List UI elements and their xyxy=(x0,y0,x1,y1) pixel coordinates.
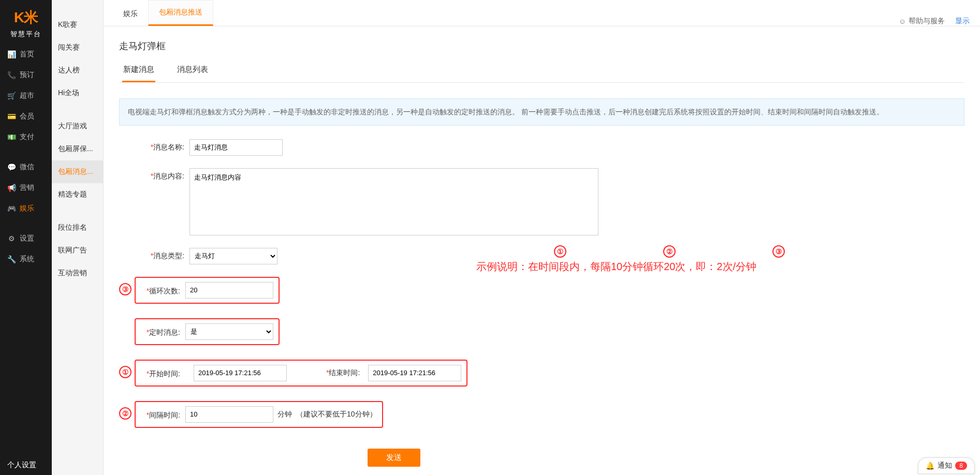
nav-entertainment[interactable]: 🎮娱乐 xyxy=(0,198,52,219)
nav-label: 微信 xyxy=(20,162,34,172)
inner-tab-bar: 新建消息 消息列表 xyxy=(119,58,964,83)
nav-label: 设置 xyxy=(20,234,34,243)
highlight-loop: *循环次数: xyxy=(135,277,280,304)
loop-count-input[interactable] xyxy=(185,282,273,299)
panel-title: 走马灯弹框 xyxy=(119,37,964,58)
wechat-icon: 💬 xyxy=(7,163,16,171)
help-link[interactable]: ☺帮助与服务 xyxy=(899,17,945,26)
message-name-input[interactable] xyxy=(189,139,283,156)
sub-rank[interactable]: 达人榜 xyxy=(52,59,103,82)
nav-marketing[interactable]: 📢营销 xyxy=(0,177,52,198)
interval-input[interactable] xyxy=(185,406,273,423)
nav-system[interactable]: 🔧系统 xyxy=(0,249,52,270)
interval-label: *间隔时间: xyxy=(136,408,185,420)
phone-icon: 📞 xyxy=(7,71,16,79)
cart-icon: 🛒 xyxy=(7,92,16,100)
notif-badge: 8 xyxy=(955,462,967,470)
nav-label: 会员 xyxy=(20,112,34,121)
message-type-select[interactable]: 走马灯 xyxy=(189,248,277,264)
nav-label: 娱乐 xyxy=(20,204,34,213)
info-notice: 电视端走马灯和弹框消息触发方式分为两种，一种是手动触发的非定时推送的消息，另一种… xyxy=(119,98,964,126)
nav-pay[interactable]: 💵支付 xyxy=(0,127,52,147)
logo-subtitle: 智慧平台 xyxy=(0,29,52,39)
smile-icon: ☺ xyxy=(899,17,906,25)
annotation-circle-2: ② xyxy=(119,407,131,420)
nav-profile[interactable]: 个人设置 xyxy=(0,455,52,475)
sub-interactive[interactable]: 互动营销 xyxy=(52,262,103,285)
sub-challenge[interactable]: 闯关赛 xyxy=(52,36,103,59)
nav-settings[interactable]: ⚙设置 xyxy=(0,228,52,249)
nav-label: 首页 xyxy=(20,50,34,59)
nav-wechat[interactable]: 💬微信 xyxy=(0,157,52,177)
nav-booking[interactable]: 📞预订 xyxy=(0,65,52,85)
sub-screensaver[interactable]: 包厢屏保... xyxy=(52,138,103,160)
start-time-input[interactable] xyxy=(194,365,287,381)
sub-hiall[interactable]: Hi全场 xyxy=(52,82,103,105)
money-icon: 💵 xyxy=(7,133,16,141)
bell-icon: 🔔 xyxy=(926,462,934,470)
start-time-label: *开始时间: xyxy=(136,367,185,379)
sub-tierrank[interactable]: 段位排名 xyxy=(52,216,103,239)
loop-label: *循环次数: xyxy=(136,284,185,296)
content-label: *消息内容: xyxy=(140,168,189,181)
panel: 走马灯弹框 新建消息 消息列表 电视端走马灯和弹框消息触发方式分为两种，一种是手… xyxy=(104,26,980,475)
nav-label: 支付 xyxy=(20,132,34,142)
example-circle-3: ③ xyxy=(772,245,785,258)
logo-text: K米 xyxy=(0,8,52,27)
sub-netads[interactable]: 联网广告 xyxy=(52,239,103,262)
gear-icon: ⚙ xyxy=(7,234,16,243)
show-link[interactable]: 显示 xyxy=(955,17,970,26)
nav-market[interactable]: 🛒超市 xyxy=(0,85,52,106)
example-circle-2: ② xyxy=(663,245,676,258)
tab-new-message[interactable]: 新建消息 xyxy=(122,58,155,82)
example-circle-1: ① xyxy=(554,245,566,258)
card-icon: 💳 xyxy=(7,112,16,121)
top-tab-boxpush[interactable]: 包厢消息推送 xyxy=(148,0,213,26)
annotation-circle-3: ③ xyxy=(119,283,131,295)
dashboard-icon: 📊 xyxy=(7,50,16,58)
annotation-circle-1: ① xyxy=(119,366,131,378)
example-text: 示例说明：在时间段内，每隔10分钟循环20次，即：2次/分钟 xyxy=(476,260,942,274)
sub-boxmessage[interactable]: 包厢消息... xyxy=(52,160,103,183)
game-icon: 🎮 xyxy=(7,204,16,213)
help-label: 帮助与服务 xyxy=(909,17,945,26)
brand-logo: K米 智慧平台 xyxy=(0,0,52,44)
timed-message-select[interactable]: 是 xyxy=(185,323,273,340)
nav-label: 系统 xyxy=(20,255,34,264)
sub-sidebar: K歌赛 闯关赛 达人榜 Hi全场 大厅游戏 包厢屏保... 包厢消息... 精选… xyxy=(52,0,104,475)
sub-topics[interactable]: 精选专题 xyxy=(52,183,103,206)
main-content: 娱乐 包厢消息推送 ☺帮助与服务 显示 走马灯弹框 新建消息 消息列表 电视端走… xyxy=(104,0,980,475)
highlight-time-range: *开始时间: *结束时间: xyxy=(135,360,467,387)
nav-label: 超市 xyxy=(20,91,34,100)
type-label: *消息类型: xyxy=(140,248,189,261)
message-content-textarea[interactable]: 走马灯消息内容 xyxy=(189,168,598,235)
notif-label: 通知 xyxy=(938,461,952,470)
highlight-timed: *定时消息: 是 xyxy=(135,318,280,345)
main-sidebar: K米 智慧平台 📊首页 📞预订 🛒超市 💳会员 💵支付 💬微信 📢营销 🎮娱乐 … xyxy=(0,0,52,475)
highlight-interval: *间隔时间: 分钟 （建议不要低于10分钟） xyxy=(135,401,383,428)
send-button[interactable]: 发送 xyxy=(368,449,420,467)
top-tab-bar: 娱乐 包厢消息推送 ☺帮助与服务 显示 xyxy=(104,0,980,26)
end-time-input[interactable] xyxy=(368,365,461,381)
sub-lobbygame[interactable]: 大厅游戏 xyxy=(52,115,103,138)
nav-home[interactable]: 📊首页 xyxy=(0,44,52,65)
nav-member[interactable]: 💳会员 xyxy=(0,106,52,127)
tab-message-list[interactable]: 消息列表 xyxy=(176,58,209,82)
example-annotation: ① ② ③ 示例说明：在时间段内，每隔10分钟循环20次，即：2次/分钟 xyxy=(476,245,942,274)
megaphone-icon: 📢 xyxy=(7,184,16,192)
wrench-icon: 🔧 xyxy=(7,255,16,263)
nav-label: 营销 xyxy=(20,183,34,192)
notification-bubble[interactable]: 🔔 通知 8 xyxy=(918,457,975,474)
timed-label: *定时消息: xyxy=(136,325,185,337)
name-label: *消息名称: xyxy=(140,139,189,152)
sub-ksong[interactable]: K歌赛 xyxy=(52,13,103,36)
nav-label: 预订 xyxy=(20,70,34,80)
interval-unit: 分钟 xyxy=(277,410,292,419)
interval-hint: （建议不要低于10分钟） xyxy=(296,410,377,419)
end-time-label: *结束时间: xyxy=(326,368,360,378)
top-tab-entertainment[interactable]: 娱乐 xyxy=(113,2,148,26)
